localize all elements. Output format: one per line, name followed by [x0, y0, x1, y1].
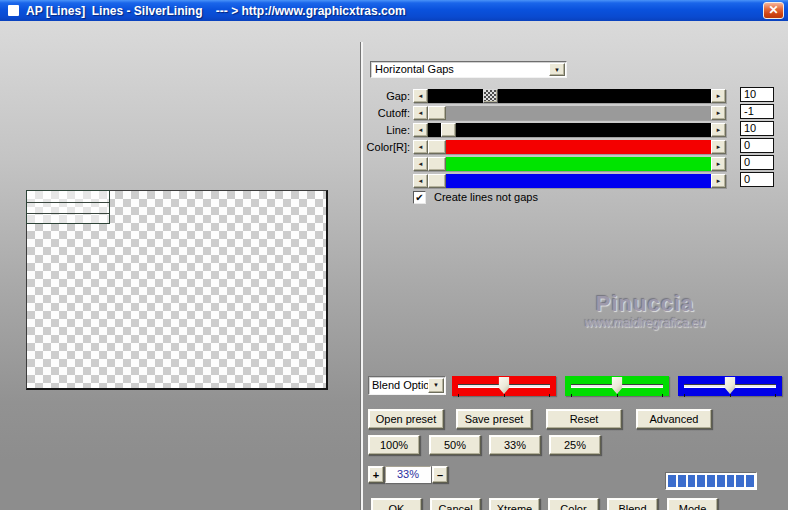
preview-line	[27, 213, 109, 214]
arrow-left-icon[interactable]: ◄	[413, 140, 428, 154]
blue-channel-trackbar[interactable]	[678, 376, 782, 396]
color-g-value-field[interactable]: 0	[740, 155, 774, 170]
green-trackbar-thumb[interactable]	[612, 377, 623, 394]
color-b-slider[interactable]	[428, 174, 711, 188]
zoom-50-button[interactable]: 50%	[429, 435, 481, 455]
watermark-url: www.maidiregrafica.eu	[540, 316, 750, 330]
create-lines-checkbox-label: Create lines not gaps	[434, 191, 538, 203]
app-icon	[8, 5, 19, 16]
blend-options-select[interactable]: Blend Optio ▼	[368, 376, 446, 395]
zoom-25-button[interactable]: 25%	[549, 435, 601, 455]
blue-trackbar-thumb[interactable]	[725, 377, 736, 394]
tick-mark	[730, 394, 731, 397]
cutoff-slider-thumb[interactable]	[428, 106, 446, 120]
advanced-button[interactable]: Advanced	[636, 409, 712, 429]
progress-segment	[746, 475, 754, 487]
arrow-right-icon[interactable]: ►	[711, 174, 726, 188]
color-b-slider-thumb[interactable]	[428, 174, 446, 188]
progress-segment	[707, 475, 715, 487]
dialog-body: Horizontal Gaps ▼ Gap: ◄ ► 10 Cutoff: ◄ …	[0, 21, 788, 510]
xtreme-button[interactable]: Xtreme	[489, 498, 540, 510]
arrow-right-icon[interactable]: ►	[711, 89, 726, 103]
red-trackbar-thumb[interactable]	[499, 377, 510, 394]
open-preset-button[interactable]: Open preset	[368, 409, 444, 429]
zoom-in-button[interactable]: +	[368, 466, 384, 483]
line-slider-thumb[interactable]	[441, 123, 456, 137]
blend-options-value: Blend Optio	[372, 379, 429, 391]
slider-label-line: Line:	[352, 124, 410, 136]
color-r-slider-thumb[interactable]	[428, 140, 446, 154]
arrow-left-icon[interactable]: ◄	[413, 89, 428, 103]
create-lines-checkbox[interactable]: ✔	[413, 191, 426, 204]
zoom-out-button[interactable]: –	[432, 466, 448, 483]
tick-mark	[458, 394, 459, 397]
slider-label-cutoff: Cutoff:	[352, 107, 410, 119]
color-r-value-field[interactable]: 0	[740, 138, 774, 153]
line-value-field[interactable]: 10	[740, 121, 774, 136]
effect-select[interactable]: Horizontal Gaps ▼	[370, 61, 567, 78]
slider-label-gap: Gap:	[352, 90, 410, 102]
zoom-level-field[interactable]: 33%	[385, 466, 431, 483]
color-button[interactable]: Color	[548, 498, 599, 510]
progress-segment	[668, 475, 676, 487]
close-button[interactable]: ✕	[763, 2, 784, 19]
arrow-right-icon[interactable]: ►	[711, 140, 726, 154]
mode-button[interactable]: Mode	[667, 498, 718, 510]
line-slider[interactable]	[428, 123, 711, 137]
tick-mark	[504, 394, 505, 397]
progress-segment	[697, 475, 705, 487]
tick-mark	[617, 394, 618, 397]
green-channel-trackbar[interactable]	[565, 376, 669, 396]
progress-segment	[717, 475, 725, 487]
watermark-name: Pinuccia	[545, 291, 745, 317]
zoom-33-button[interactable]: 33%	[489, 435, 541, 455]
tick-mark	[662, 394, 663, 397]
title-bar[interactable]: AP [Lines] Lines - SilverLining --- > ht…	[0, 0, 788, 21]
progress-segment	[688, 475, 696, 487]
arrow-left-icon[interactable]: ◄	[413, 123, 428, 137]
red-channel-trackbar[interactable]	[452, 376, 556, 396]
gap-value-field[interactable]: 10	[740, 87, 774, 102]
progress-segment	[727, 475, 735, 487]
tick-mark	[571, 394, 572, 397]
color-b-value-field[interactable]: 0	[740, 172, 774, 187]
color-g-slider-thumb[interactable]	[428, 157, 446, 171]
preview-canvas[interactable]	[26, 190, 328, 390]
arrow-right-icon[interactable]: ►	[711, 157, 726, 171]
tick-mark	[775, 394, 776, 397]
arrow-left-icon[interactable]: ◄	[413, 106, 428, 120]
zoom-100-button[interactable]: 100%	[368, 435, 420, 455]
progress-segment	[678, 475, 686, 487]
arrow-left-icon[interactable]: ◄	[413, 157, 428, 171]
blend-button[interactable]: Blend	[607, 498, 658, 510]
chevron-down-icon[interactable]: ▼	[428, 378, 444, 393]
arrow-left-icon[interactable]: ◄	[413, 174, 428, 188]
color-r-slider[interactable]	[428, 140, 711, 154]
gap-slider[interactable]	[428, 89, 711, 103]
tick-mark	[549, 394, 550, 397]
tick-mark	[684, 394, 685, 397]
progress-segment	[736, 475, 744, 487]
cancel-button[interactable]: Cancel	[430, 498, 481, 510]
preview-effect-region	[26, 190, 110, 224]
gap-slider-thumb[interactable]	[483, 89, 498, 103]
effect-select-value: Horizontal Gaps	[375, 63, 454, 75]
progress-segments	[665, 472, 757, 490]
slider-label-color-r: Color[R]:	[352, 141, 410, 153]
cutoff-slider[interactable]	[428, 106, 711, 120]
window-title: AP [Lines] Lines - SilverLining --- > ht…	[26, 4, 406, 18]
chevron-down-icon[interactable]: ▼	[549, 63, 565, 76]
arrow-right-icon[interactable]: ►	[711, 123, 726, 137]
arrow-right-icon[interactable]: ►	[711, 106, 726, 120]
cutoff-value-field[interactable]: -1	[740, 104, 774, 119]
ok-button[interactable]: OK	[371, 498, 422, 510]
reset-button[interactable]: Reset	[546, 409, 622, 429]
color-g-slider[interactable]	[428, 157, 711, 171]
save-preset-button[interactable]: Save preset	[456, 409, 532, 429]
preview-line	[27, 202, 109, 203]
